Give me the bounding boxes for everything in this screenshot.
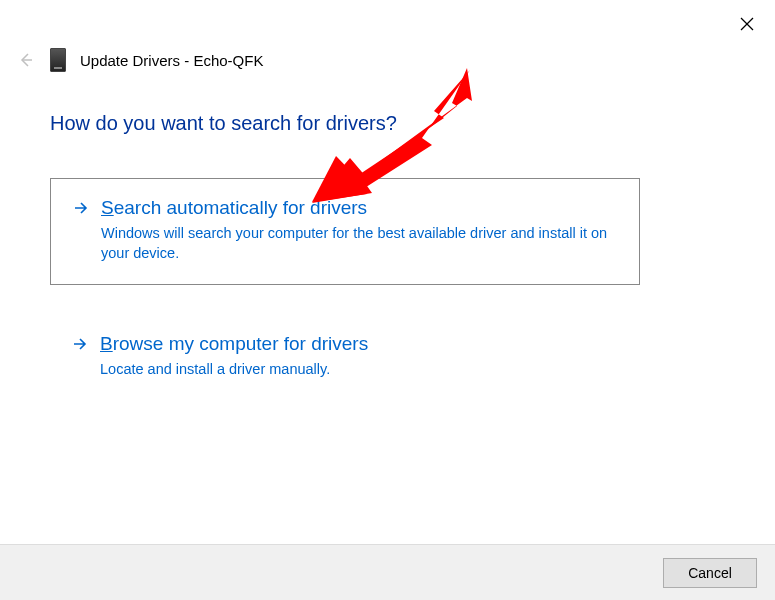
option-row: Search automatically for drivers Windows… [73,197,617,264]
option-title-rest: earch automatically for drivers [114,197,367,218]
option-content: Search automatically for drivers Windows… [101,197,617,264]
option-accel: S [101,197,114,218]
option-title: Browse my computer for drivers [100,333,618,355]
arrow-right-icon [72,333,90,359]
option-title-rest: rowse my computer for drivers [113,333,369,354]
back-arrow-icon [18,52,34,68]
options-container: Search automatically for drivers Windows… [50,178,640,429]
option-description: Locate and install a driver manually. [100,359,618,379]
close-icon [740,17,754,31]
title-device: Echo-QFK [193,52,263,69]
option-description: Windows will search your computer for th… [101,223,617,264]
page-heading: How do you want to search for drivers? [50,112,397,135]
cancel-button[interactable]: Cancel [663,558,757,588]
arrow-right-icon [73,197,91,223]
close-button[interactable] [737,14,757,34]
header-row: Update Drivers - Echo-QFK [16,48,263,72]
option-content: Browse my computer for drivers Locate an… [100,333,618,379]
back-button[interactable] [16,50,36,70]
title-prefix: Update Drivers - [80,52,193,69]
option-accel: B [100,333,113,354]
footer-bar: Cancel [0,544,775,600]
option-browse-computer[interactable]: Browse my computer for drivers Locate an… [50,315,640,399]
device-icon [50,48,66,72]
option-row: Browse my computer for drivers Locate an… [72,333,618,379]
window-title: Update Drivers - Echo-QFK [80,52,263,69]
option-search-automatically[interactable]: Search automatically for drivers Windows… [50,178,640,285]
option-title: Search automatically for drivers [101,197,617,219]
